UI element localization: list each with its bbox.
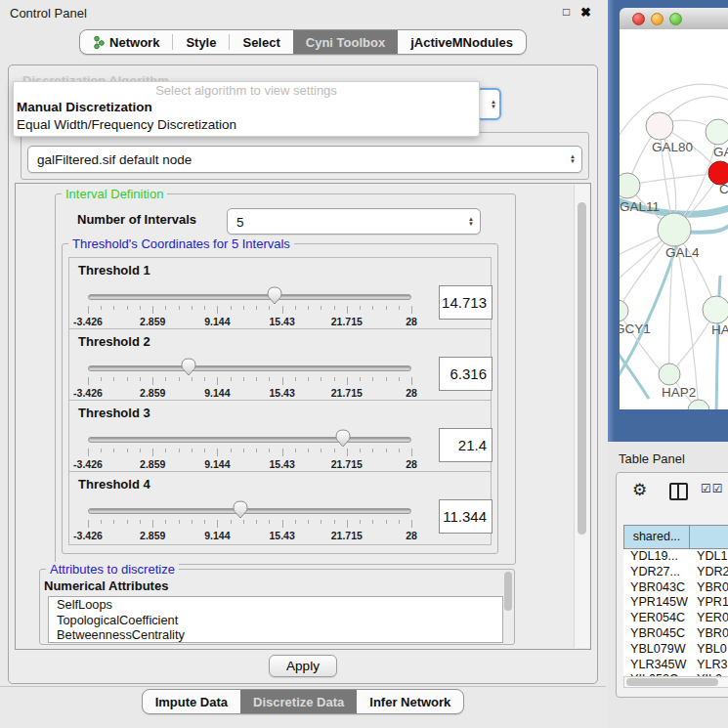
- table-row[interactable]: YDR27...YDR2: [623, 565, 728, 580]
- table-cell[interactable]: YDL19...: [623, 549, 690, 565]
- tick-label: 9.144: [204, 458, 230, 470]
- float-window-icon[interactable]: □: [563, 5, 570, 19]
- slider-track[interactable]: [88, 365, 411, 371]
- list-item[interactable]: SelfLoops: [49, 597, 502, 613]
- tick-mark: [243, 306, 244, 310]
- horizontal-scrollbar[interactable]: [623, 676, 728, 688]
- tick-mark: [204, 306, 205, 310]
- network-node-gal11[interactable]: [620, 173, 640, 198]
- tab-select[interactable]: Select: [230, 30, 292, 54]
- dropdown-option-equal-width[interactable]: Equal Width/Frequency Discretization: [14, 116, 479, 134]
- dropdown-option-manual[interactable]: Manual Discretization: [14, 99, 479, 116]
- list-scrollbar[interactable]: [504, 572, 512, 611]
- table-cell[interactable]: YPR1: [690, 595, 728, 611]
- tab-discretize-data[interactable]: Discretize Data: [240, 690, 357, 713]
- tick-mark: [334, 449, 335, 452]
- slider-track[interactable]: [88, 294, 411, 300]
- network-canvas[interactable]: GAL80GACGAL11GAL4GCY1HAHAP2: [620, 29, 728, 409]
- table-row[interactable]: YER054CYER0: [623, 611, 728, 626]
- scrollbar-thumb[interactable]: [626, 678, 718, 686]
- node-label: GAL80: [652, 140, 693, 154]
- gear-icon[interactable]: ⚙: [632, 480, 647, 500]
- table-cell[interactable]: YBR0: [690, 580, 728, 596]
- select-checkboxes-icon[interactable]: ☑☑: [701, 482, 724, 495]
- slider-thumb[interactable]: [267, 286, 282, 305]
- close-icon[interactable]: ✖: [580, 5, 591, 20]
- table-cell[interactable]: YER054C: [623, 611, 690, 626]
- tab-impute-data[interactable]: Impute Data: [143, 690, 240, 713]
- threshold-4-value-field[interactable]: 11.344: [439, 499, 492, 534]
- table-cell[interactable]: YBR0: [690, 626, 728, 642]
- table-cell[interactable]: YLR3: [690, 658, 728, 673]
- threshold-4-slider[interactable]: -3.4262.8599.14415.4321.71528: [88, 504, 411, 543]
- table-cell[interactable]: YDL1: [690, 549, 728, 565]
- scrollbar-thumb[interactable]: [578, 202, 586, 535]
- slider-ticks: [88, 377, 411, 386]
- slider-tick-labels: -3.4262.8599.14415.4321.71528: [88, 316, 411, 327]
- network-icon: [93, 35, 105, 50]
- list-item[interactable]: TopologicalCoefficient: [49, 613, 502, 628]
- network-node-gal80[interactable]: [646, 112, 673, 140]
- threshold-1-value-field[interactable]: 14.713: [439, 285, 492, 320]
- numerical-attributes-list[interactable]: SelfLoopsTopologicalCoefficientBetweenne…: [48, 596, 503, 643]
- zoom-traffic-light[interactable]: [669, 13, 682, 25]
- threshold-2-value-field[interactable]: 6.316: [439, 357, 492, 391]
- tab-infer-network[interactable]: Infer Network: [357, 690, 463, 713]
- apply-button[interactable]: Apply: [269, 655, 337, 677]
- tab-jactivemnodules[interactable]: jActiveMNodules: [398, 30, 526, 54]
- table-cell[interactable]: YBL079W: [623, 642, 690, 658]
- threshold-panel: Threshold 4 -3.4262.8599.14415.4321.7152…: [68, 471, 492, 545]
- threshold-panel: Threshold 2 -3.4262.8599.14415.4321.7152…: [68, 328, 492, 403]
- column-header-name[interactable]: na: [689, 525, 728, 549]
- threshold-3-slider[interactable]: -3.4262.8599.14415.4321.71528: [88, 433, 411, 472]
- tick-mark: [386, 377, 387, 381]
- slider-thumb[interactable]: [335, 429, 351, 448]
- network-node-hap2[interactable]: [659, 364, 680, 385]
- table-row[interactable]: YBR043CYBR0: [623, 580, 728, 596]
- table-rows[interactable]: YDL19...YDL1YDR27...YDR2YBR043CYBR0YPR14…: [623, 549, 728, 676]
- column-header-shared-name[interactable]: shared...: [623, 525, 690, 549]
- table-cell[interactable]: YER0: [690, 611, 728, 626]
- tick-mark: [295, 520, 296, 524]
- tab-cyni-toolbox[interactable]: Cyni Toolbox: [293, 30, 398, 54]
- slider-thumb[interactable]: [181, 358, 196, 376]
- tick-mark: [152, 306, 153, 314]
- table-data-combobox[interactable]: galFiltered.sif default node ▲▼: [27, 146, 582, 173]
- network-window-titlebar[interactable]: [620, 8, 728, 30]
- top-tab-bar: Network Style Select Cyni Toolbox jActiv…: [0, 29, 606, 55]
- network-node-ga[interactable]: [706, 119, 728, 145]
- threshold-3-value-field[interactable]: 21.4: [439, 428, 492, 462]
- table-cell[interactable]: YBL0: [690, 642, 728, 658]
- window-title: Control Panel: [10, 6, 87, 21]
- tick-mark: [165, 520, 166, 524]
- columns-icon[interactable]: [669, 483, 688, 500]
- minimize-traffic-light[interactable]: [651, 13, 664, 25]
- table-row[interactable]: YBR045CYBR0: [623, 626, 728, 642]
- tick-mark: [308, 520, 309, 524]
- panel-scrollbar[interactable]: [574, 185, 589, 648]
- table-cell[interactable]: YBR045C: [623, 626, 690, 642]
- network-node-gcy1[interactable]: [620, 300, 628, 321]
- table-row[interactable]: YDL19...YDL1: [623, 549, 728, 565]
- table-cell[interactable]: YDR27...: [623, 565, 690, 580]
- table-cell[interactable]: YPR145W: [623, 595, 690, 611]
- tick-mark: [411, 377, 412, 385]
- tab-network[interactable]: Network: [80, 30, 172, 54]
- number-of-intervals-combobox[interactable]: 5 ▲▼: [227, 208, 481, 235]
- network-node-gal4[interactable]: [658, 213, 691, 246]
- slider-track[interactable]: [88, 437, 411, 443]
- table-cell[interactable]: YLR345W: [623, 658, 690, 673]
- close-traffic-light[interactable]: [632, 13, 645, 25]
- table-row[interactable]: YBL079WYBL0: [623, 642, 728, 658]
- table-row[interactable]: YPR145WYPR1: [623, 595, 728, 611]
- list-item[interactable]: BetweennessCentrality: [49, 627, 502, 643]
- threshold-2-slider[interactable]: -3.4262.8599.14415.4321.71528: [88, 362, 411, 401]
- threshold-1-slider[interactable]: -3.4262.8599.14415.4321.71528: [88, 290, 411, 329]
- tab-style[interactable]: Style: [173, 30, 229, 54]
- slider-track[interactable]: [88, 508, 411, 514]
- network-node-ha[interactable]: [703, 296, 728, 323]
- slider-thumb[interactable]: [233, 500, 248, 519]
- table-cell[interactable]: YBR043C: [623, 580, 690, 596]
- table-row[interactable]: YLR345WYLR3: [623, 658, 728, 673]
- table-cell[interactable]: YDR2: [690, 565, 728, 580]
